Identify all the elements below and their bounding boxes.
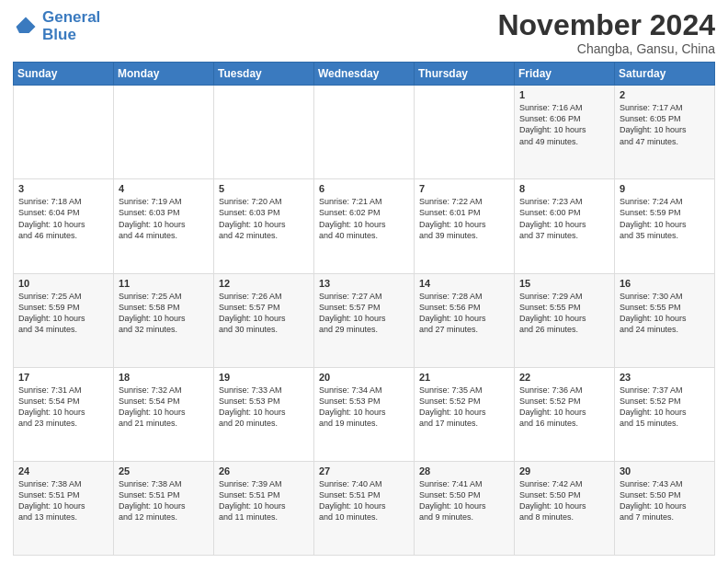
day-info: Sunrise: 7:41 AM Sunset: 5:50 PM Dayligh…	[419, 478, 509, 523]
logo: General Blue	[13, 9, 100, 43]
day-info: Sunrise: 7:33 AM Sunset: 5:53 PM Dayligh…	[219, 385, 309, 430]
day-number: 3	[18, 183, 108, 194]
day-info: Sunrise: 7:43 AM Sunset: 5:50 PM Dayligh…	[620, 478, 710, 523]
day-info: Sunrise: 7:40 AM Sunset: 5:51 PM Dayligh…	[319, 478, 409, 523]
calendar-cell: 18Sunrise: 7:32 AM Sunset: 5:54 PM Dayli…	[114, 367, 214, 461]
calendar-cell: 14Sunrise: 7:28 AM Sunset: 5:56 PM Dayli…	[415, 273, 515, 367]
day-number: 22	[519, 372, 609, 383]
day-number: 24	[18, 465, 108, 477]
calendar-cell: 16Sunrise: 7:30 AM Sunset: 5:55 PM Dayli…	[615, 273, 715, 367]
day-number: 26	[219, 465, 309, 477]
day-info: Sunrise: 7:20 AM Sunset: 6:03 PM Dayligh…	[219, 196, 309, 241]
day-info: Sunrise: 7:39 AM Sunset: 5:51 PM Dayligh…	[219, 478, 309, 523]
day-number: 29	[519, 465, 609, 477]
calendar-cell: 13Sunrise: 7:27 AM Sunset: 5:57 PM Dayli…	[314, 273, 415, 367]
day-info: Sunrise: 7:38 AM Sunset: 5:51 PM Dayligh…	[119, 478, 209, 523]
logo-text: General Blue	[42, 9, 100, 43]
day-number: 2	[620, 89, 710, 100]
calendar-cell: 22Sunrise: 7:36 AM Sunset: 5:52 PM Dayli…	[515, 367, 615, 461]
week-row-3: 10Sunrise: 7:25 AM Sunset: 5:59 PM Dayli…	[14, 273, 715, 367]
day-info: Sunrise: 7:31 AM Sunset: 5:54 PM Dayligh…	[18, 385, 108, 430]
calendar-cell: 12Sunrise: 7:26 AM Sunset: 5:57 PM Dayli…	[214, 273, 314, 367]
day-info: Sunrise: 7:21 AM Sunset: 6:02 PM Dayligh…	[319, 196, 409, 241]
day-info: Sunrise: 7:16 AM Sunset: 6:06 PM Dayligh…	[519, 102, 609, 147]
calendar-cell: 30Sunrise: 7:43 AM Sunset: 5:50 PM Dayli…	[615, 461, 715, 555]
calendar-cell: 9Sunrise: 7:24 AM Sunset: 5:59 PM Daylig…	[615, 179, 715, 273]
day-number: 7	[419, 183, 509, 194]
calendar-cell: 6Sunrise: 7:21 AM Sunset: 6:02 PM Daylig…	[314, 179, 415, 273]
day-info: Sunrise: 7:30 AM Sunset: 5:55 PM Dayligh…	[620, 291, 710, 336]
calendar-cell: 10Sunrise: 7:25 AM Sunset: 5:59 PM Dayli…	[14, 273, 114, 367]
calendar-cell: 8Sunrise: 7:23 AM Sunset: 6:00 PM Daylig…	[515, 179, 615, 273]
calendar-cell: 26Sunrise: 7:39 AM Sunset: 5:51 PM Dayli…	[214, 461, 314, 555]
weekday-header-sunday: Sunday	[14, 63, 114, 86]
day-info: Sunrise: 7:23 AM Sunset: 6:00 PM Dayligh…	[519, 196, 609, 241]
location-subtitle: Changba, Gansu, China	[497, 41, 715, 56]
day-info: Sunrise: 7:36 AM Sunset: 5:52 PM Dayligh…	[519, 385, 609, 430]
day-number: 27	[319, 465, 409, 477]
calendar-cell: 1Sunrise: 7:16 AM Sunset: 6:06 PM Daylig…	[515, 86, 615, 179]
day-number: 19	[219, 372, 309, 383]
weekday-header-thursday: Thursday	[415, 63, 515, 86]
day-number: 23	[620, 372, 710, 383]
day-number: 13	[319, 278, 409, 289]
calendar-cell: 28Sunrise: 7:41 AM Sunset: 5:50 PM Dayli…	[415, 461, 515, 555]
day-number: 9	[620, 183, 710, 194]
day-info: Sunrise: 7:25 AM Sunset: 5:59 PM Dayligh…	[18, 291, 108, 336]
day-info: Sunrise: 7:19 AM Sunset: 6:03 PM Dayligh…	[119, 196, 209, 241]
day-number: 14	[419, 278, 509, 289]
calendar-cell: 17Sunrise: 7:31 AM Sunset: 5:54 PM Dayli…	[14, 367, 114, 461]
day-number: 17	[18, 372, 108, 383]
day-info: Sunrise: 7:26 AM Sunset: 5:57 PM Dayligh…	[219, 291, 309, 336]
calendar-cell: 7Sunrise: 7:22 AM Sunset: 6:01 PM Daylig…	[415, 179, 515, 273]
day-number: 12	[219, 278, 309, 289]
day-info: Sunrise: 7:22 AM Sunset: 6:01 PM Dayligh…	[419, 196, 509, 241]
week-row-4: 17Sunrise: 7:31 AM Sunset: 5:54 PM Dayli…	[14, 367, 715, 461]
logo-icon	[13, 14, 39, 40]
svg-marker-0	[17, 17, 36, 33]
day-info: Sunrise: 7:38 AM Sunset: 5:51 PM Dayligh…	[18, 478, 108, 523]
weekday-header-wednesday: Wednesday	[314, 63, 415, 86]
calendar-cell: 24Sunrise: 7:38 AM Sunset: 5:51 PM Dayli…	[14, 461, 114, 555]
calendar-cell: 5Sunrise: 7:20 AM Sunset: 6:03 PM Daylig…	[214, 179, 314, 273]
day-number: 11	[119, 278, 209, 289]
week-row-5: 24Sunrise: 7:38 AM Sunset: 5:51 PM Dayli…	[14, 461, 715, 555]
calendar-cell: 25Sunrise: 7:38 AM Sunset: 5:51 PM Dayli…	[114, 461, 214, 555]
title-block: November 2024 Changba, Gansu, China	[497, 9, 715, 56]
day-info: Sunrise: 7:42 AM Sunset: 5:50 PM Dayligh…	[519, 478, 609, 523]
month-title: November 2024	[497, 9, 715, 41]
calendar-cell: 21Sunrise: 7:35 AM Sunset: 5:52 PM Dayli…	[415, 367, 515, 461]
weekday-header-friday: Friday	[515, 63, 615, 86]
day-number: 18	[119, 372, 209, 383]
day-number: 5	[219, 183, 309, 194]
weekday-header-saturday: Saturday	[615, 63, 715, 86]
calendar-table: SundayMondayTuesdayWednesdayThursdayFrid…	[13, 62, 715, 556]
calendar-cell: 15Sunrise: 7:29 AM Sunset: 5:55 PM Dayli…	[515, 273, 615, 367]
day-info: Sunrise: 7:17 AM Sunset: 6:05 PM Dayligh…	[620, 102, 710, 147]
calendar-cell: 20Sunrise: 7:34 AM Sunset: 5:53 PM Dayli…	[314, 367, 415, 461]
calendar-cell: 4Sunrise: 7:19 AM Sunset: 6:03 PM Daylig…	[114, 179, 214, 273]
weekday-header-row: SundayMondayTuesdayWednesdayThursdayFrid…	[14, 63, 715, 86]
page: General Blue November 2024 Changba, Gans…	[0, 0, 728, 563]
calendar-cell: 19Sunrise: 7:33 AM Sunset: 5:53 PM Dayli…	[214, 367, 314, 461]
weekday-header-tuesday: Tuesday	[214, 63, 314, 86]
day-info: Sunrise: 7:37 AM Sunset: 5:52 PM Dayligh…	[620, 385, 710, 430]
logo-line2: Blue	[42, 26, 76, 43]
day-info: Sunrise: 7:27 AM Sunset: 5:57 PM Dayligh…	[319, 291, 409, 336]
calendar-cell: 23Sunrise: 7:37 AM Sunset: 5:52 PM Dayli…	[615, 367, 715, 461]
day-info: Sunrise: 7:34 AM Sunset: 5:53 PM Dayligh…	[319, 385, 409, 430]
day-number: 1	[519, 89, 609, 100]
logo-line1: General	[42, 8, 100, 26]
calendar-cell: 11Sunrise: 7:25 AM Sunset: 5:58 PM Dayli…	[114, 273, 214, 367]
day-number: 8	[519, 183, 609, 194]
calendar-cell	[314, 86, 415, 179]
day-number: 28	[419, 465, 509, 477]
day-info: Sunrise: 7:35 AM Sunset: 5:52 PM Dayligh…	[419, 385, 509, 430]
calendar-cell	[214, 86, 314, 179]
day-number: 15	[519, 278, 609, 289]
day-number: 30	[620, 465, 710, 477]
day-info: Sunrise: 7:29 AM Sunset: 5:55 PM Dayligh…	[519, 291, 609, 336]
calendar-cell: 27Sunrise: 7:40 AM Sunset: 5:51 PM Dayli…	[314, 461, 415, 555]
calendar-cell: 3Sunrise: 7:18 AM Sunset: 6:04 PM Daylig…	[14, 179, 114, 273]
day-number: 6	[319, 183, 409, 194]
